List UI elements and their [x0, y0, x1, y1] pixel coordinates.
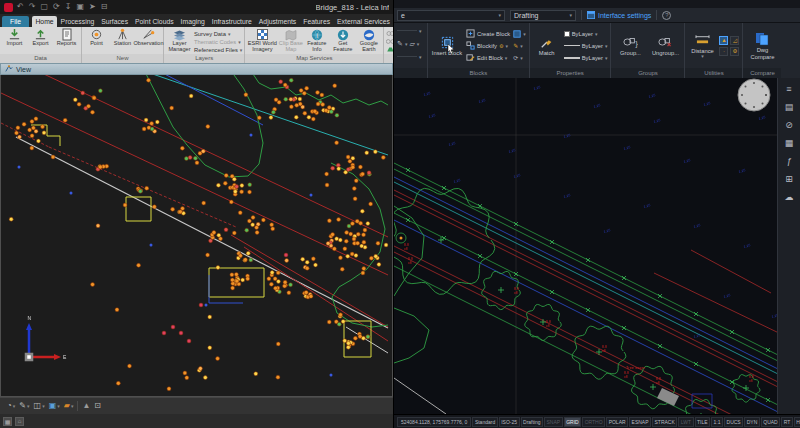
layer-manager-button[interactable]: Layer Manager — [166, 28, 193, 53]
partial-expand[interactable]: ▾ — [397, 51, 422, 62]
edit-block-button[interactable]: Edit Block▾ — [466, 52, 510, 63]
home-view-button[interactable]: ⌂ — [15, 417, 24, 426]
status-toggle-ducs[interactable]: DUCS — [724, 417, 743, 427]
fit-view-button[interactable]: ⊡ — [94, 402, 101, 410]
grid-view-button[interactable]: ▦ — [3, 417, 12, 426]
app-logo-icon[interactable] — [4, 3, 13, 12]
observation-button[interactable]: Observation — [136, 28, 161, 47]
block-tool-2[interactable]: ✎▾ — [513, 40, 526, 51]
style-tool-button[interactable]: ▰▾ — [64, 402, 74, 410]
terrain-view-button[interactable]: ▲ — [82, 402, 90, 410]
thematic-codes-dropdown[interactable]: Thematic Codes▾ — [194, 38, 242, 45]
linetype-control[interactable]: ByLayer▾ — [564, 40, 608, 51]
group-button[interactable]: } Group... — [614, 34, 646, 56]
area-tool-button[interactable]: ▲ — [719, 36, 728, 45]
tab-adjustments[interactable]: Adjustments — [255, 16, 299, 27]
tab-home[interactable]: Home — [32, 16, 57, 27]
ungroup-button[interactable]: × Ungroup... — [649, 34, 681, 56]
device-icon[interactable]: ▣ — [76, 3, 84, 11]
view-tab-bar[interactable]: View — [0, 63, 393, 75]
export-button[interactable]: Export — [28, 28, 53, 47]
measure-tool-button[interactable]: ✎▾ — [19, 402, 29, 410]
status-toggle-rt[interactable]: RT — [781, 417, 793, 427]
status-toggle-tile[interactable]: TILE — [695, 417, 711, 427]
lineweight-control[interactable]: ByLayer▾ — [564, 52, 608, 63]
block-tool-3[interactable]: ⟳▾ — [513, 52, 526, 63]
id-point-button[interactable]: ∙ — [719, 47, 728, 56]
feature-info-button[interactable]: i Feature Info — [304, 28, 329, 53]
status-toggle-11[interactable]: 1:1 — [711, 417, 723, 427]
snap-tool-button[interactable]: ◫▾ — [34, 402, 45, 410]
drafting-viewport[interactable]: ≡ ▤ ⊘ ▦ ƒ ⊞ ☁ — [394, 78, 800, 414]
sheets-icon[interactable]: ▦ — [785, 139, 794, 148]
tab-imaging[interactable]: Imaging — [177, 16, 208, 27]
tab-features[interactable]: Features — [300, 16, 334, 27]
referenced-files-dropdown[interactable]: Referenced Files▾ — [194, 46, 242, 53]
status-toggle-ortho[interactable]: ORTHO — [582, 417, 605, 427]
survey-data-dropdown[interactable]: Survey Data▾ — [194, 30, 242, 37]
tab-processing[interactable]: Processing — [57, 16, 98, 27]
insert-block-button[interactable]: Insert Block — [431, 34, 463, 56]
color-control[interactable]: ByLayer▾ — [564, 28, 608, 39]
layers-panel-icon[interactable]: ▤ — [785, 103, 794, 112]
help-button[interactable]: ? — [662, 11, 671, 20]
workspace-combo[interactable]: Drafting▾ — [510, 10, 576, 21]
status-toggle-esnap[interactable]: ESNAP — [629, 417, 651, 427]
frustum-button[interactable]: Frustum▾ — [386, 46, 393, 53]
orbit-tool-button[interactable]: ◔▾ — [7, 402, 15, 410]
download-icon[interactable]: ↧ — [65, 3, 72, 11]
interface-settings-button[interactable]: Interface settings — [587, 11, 651, 19]
get-feature-button[interactable]: Get Feature — [330, 28, 355, 53]
blockify-button[interactable]: Blockify⚙▾ — [466, 40, 510, 51]
drafting-canvas[interactable] — [394, 78, 800, 414]
cloud-icon[interactable]: ☁ — [785, 193, 794, 202]
profile-combo[interactable]: e▾ — [397, 10, 505, 21]
mass-props-button[interactable]: ⚙ — [730, 47, 739, 56]
google-earth-button[interactable]: Google Earth — [356, 28, 381, 53]
status-toggle-dyn[interactable]: DYN — [744, 417, 760, 427]
fields-icon[interactable]: ƒ — [786, 157, 791, 166]
tab-file[interactable]: File — [2, 16, 29, 27]
archive-icon[interactable]: ⊟ — [101, 3, 108, 11]
station-button[interactable]: Station — [110, 28, 135, 47]
clip-base-map-button[interactable]: Clip Base Map — [278, 28, 303, 53]
tab-surfaces[interactable]: Surfaces — [98, 16, 132, 27]
dwg-compare-button[interactable]: Dwg Compare — [746, 31, 778, 60]
import-button[interactable]: Import — [2, 28, 27, 47]
redo-icon[interactable]: ↷ — [29, 3, 36, 11]
status-toggle-polar[interactable]: POLAR — [606, 417, 628, 427]
block-tool-1[interactable]: ▾ — [513, 28, 526, 39]
status-toggle-strack[interactable]: STRACK — [652, 417, 677, 427]
link-button[interactable]: Link▾ — [386, 30, 393, 37]
status-toggle-hka[interactable]: HKA — [794, 417, 800, 427]
match-button[interactable]: Match — [533, 34, 561, 56]
status-toggle-standard[interactable]: Standard — [472, 417, 497, 427]
status-toggle-grid[interactable]: GRID — [564, 417, 582, 427]
reports-button[interactable]: Reports — [54, 28, 79, 47]
refresh-icon[interactable]: ⟳ — [53, 3, 60, 11]
status-toggle-drafting[interactable]: Drafting — [521, 417, 544, 427]
distance-button[interactable]: Distance ▾ — [688, 32, 716, 60]
tab-external-services[interactable]: External Services — [334, 16, 394, 27]
status-toggle-lwt[interactable]: LWT — [678, 417, 693, 427]
delete-icon[interactable]: ▢ — [40, 3, 48, 11]
tab-point-clouds[interactable]: Point Clouds — [132, 16, 178, 27]
status-toggle-quad[interactable]: QUAD — [761, 417, 780, 427]
survey-map-canvas[interactable] — [1, 75, 392, 395]
attach-icon[interactable]: ⊘ — [785, 121, 793, 130]
unlink-button[interactable]: Unlink — [386, 38, 393, 45]
survey-map-viewport[interactable] — [0, 75, 393, 397]
tab-infrastructure[interactable]: Infrastructure — [208, 16, 255, 27]
structure-panel-icon[interactable]: ⊞ — [785, 175, 793, 184]
status-toggle-snap[interactable]: SNAP — [544, 417, 563, 427]
filter-settings-icon[interactable]: ≡ — [786, 85, 791, 94]
undo-icon[interactable]: ↶ — [17, 3, 24, 11]
create-block-button[interactable]: Create Block — [466, 28, 510, 39]
send-icon[interactable]: ➤ — [89, 3, 96, 11]
esri-world-imagery-button[interactable]: ESRI World Imagery — [247, 28, 277, 53]
view-cube-button[interactable]: ▣▾ — [49, 402, 60, 410]
status-toggle-iso25[interactable]: ISO-25 — [499, 417, 520, 427]
angle-tool-button[interactable]: ◿ — [730, 36, 739, 45]
partial-tools[interactable]: ✎▾▱▾ — [397, 38, 419, 49]
point-button[interactable]: Point — [84, 28, 109, 47]
